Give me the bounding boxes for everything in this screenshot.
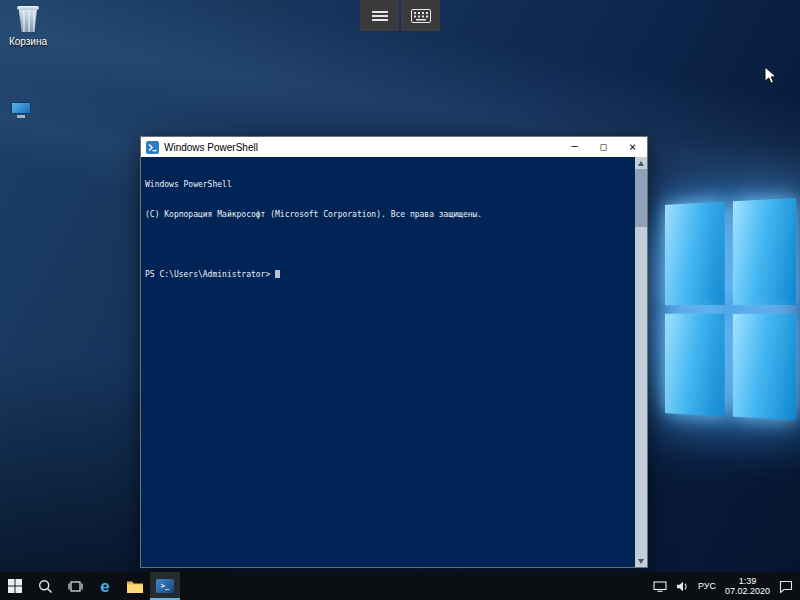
windows-logo-pane xyxy=(732,313,796,420)
search-button[interactable] xyxy=(30,572,60,600)
window-controls: ─ □ × xyxy=(560,137,647,157)
taskbar: e >_ РУС 1:39 07.02.2020 xyxy=(0,572,800,600)
task-view-icon xyxy=(68,580,83,593)
clock-date: 07.02.2020 xyxy=(725,586,770,596)
search-icon xyxy=(38,579,53,594)
console-prompt-line: PS C:\Users\Administrator> xyxy=(145,270,631,280)
windows-logo-pane xyxy=(665,313,724,416)
console-line: (C) Корпорация Майкрософт (Microsoft Cor… xyxy=(145,210,631,220)
recycle-bin-label: Корзина xyxy=(9,36,47,47)
edge-icon: e xyxy=(100,578,109,595)
keyboard-button[interactable] xyxy=(401,0,440,31)
folder-icon xyxy=(127,580,143,593)
desktop-icon-recycle-bin[interactable]: Корзина xyxy=(2,6,54,47)
powershell-window: Windows PowerShell ─ □ × Windows PowerSh… xyxy=(140,136,648,568)
action-center-icon[interactable] xyxy=(779,580,793,593)
task-view-button[interactable] xyxy=(60,572,90,600)
start-button[interactable] xyxy=(0,572,30,600)
vm-console-toolbar xyxy=(360,0,440,31)
console-scrollbar[interactable] xyxy=(635,157,647,567)
text-cursor xyxy=(275,270,280,278)
clock-time: 1:39 xyxy=(725,576,770,586)
window-titlebar[interactable]: Windows PowerShell ─ □ × xyxy=(141,137,647,157)
powershell-icon: >_ xyxy=(156,579,174,593)
powershell-title-icon xyxy=(146,141,159,154)
mouse-cursor xyxy=(764,66,778,86)
screen: Корзина xyxy=(0,0,800,600)
maximize-button[interactable]: □ xyxy=(589,137,618,157)
console-blank-line xyxy=(145,240,631,250)
network-icon[interactable] xyxy=(653,581,667,592)
desktop-shortcut[interactable] xyxy=(8,102,34,119)
console-output[interactable]: Windows PowerShell (C) Корпорация Майкро… xyxy=(141,157,647,567)
menu-button[interactable] xyxy=(360,0,399,31)
scroll-down-arrow[interactable] xyxy=(635,555,647,567)
windows-logo xyxy=(665,198,796,420)
taskbar-clock[interactable]: 1:39 07.02.2020 xyxy=(725,576,770,596)
scrollbar-thumb[interactable] xyxy=(635,169,647,227)
console-line: Windows PowerShell xyxy=(145,180,631,190)
windows-logo-pane xyxy=(665,202,724,305)
scroll-up-arrow[interactable] xyxy=(635,157,647,169)
file-explorer-button[interactable] xyxy=(120,572,150,600)
desktop[interactable]: Корзина xyxy=(0,0,800,572)
monitor-icon xyxy=(11,102,31,119)
system-tray: РУС 1:39 07.02.2020 xyxy=(653,572,800,600)
windows-start-icon xyxy=(8,579,22,593)
minimize-button[interactable]: ─ xyxy=(560,137,589,157)
close-button[interactable]: × xyxy=(618,137,647,157)
powershell-taskbar-button[interactable]: >_ xyxy=(150,572,180,600)
recycle-bin-icon xyxy=(16,6,40,33)
volume-icon[interactable] xyxy=(676,581,689,592)
windows-logo-pane xyxy=(732,198,796,305)
console-prompt: PS C:\Users\Administrator> xyxy=(145,270,270,279)
hamburger-icon xyxy=(372,9,388,23)
edge-button[interactable]: e xyxy=(90,572,120,600)
window-title: Windows PowerShell xyxy=(164,142,560,153)
keyboard-icon xyxy=(411,9,431,23)
language-indicator[interactable]: РУС xyxy=(698,581,716,591)
